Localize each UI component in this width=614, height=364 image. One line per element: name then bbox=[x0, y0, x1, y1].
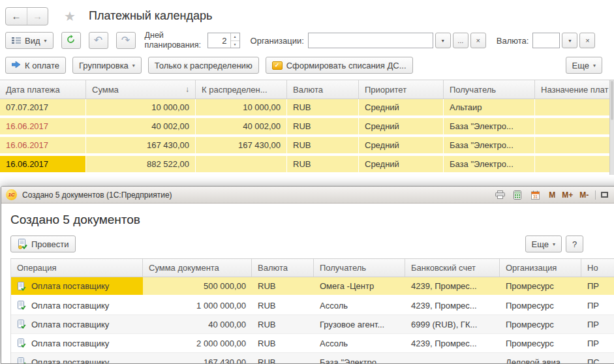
cell-doc-currency[interactable]: RUB bbox=[252, 353, 314, 364]
column-header-organization[interactable]: Организация bbox=[500, 259, 581, 277]
cell-recipient[interactable]: База "Электро... bbox=[444, 118, 535, 137]
column-header-bank-account[interactable]: Банковский счет bbox=[405, 259, 500, 277]
cell-priority[interactable]: Средний bbox=[359, 118, 444, 137]
cell-organization[interactable]: Промресурс bbox=[500, 277, 581, 295]
calculator-icon-button[interactable] bbox=[510, 189, 525, 201]
column-header-priority[interactable]: Приоритет bbox=[359, 80, 444, 99]
cell-bank-account[interactable] bbox=[405, 353, 500, 364]
payment-row-selected[interactable]: 16.06.2017 882 522,00 RUB Средний База "… bbox=[0, 156, 614, 175]
memory-minus-button[interactable]: M- bbox=[579, 190, 589, 200]
memory-plus-button[interactable]: M+ bbox=[562, 190, 573, 200]
cell-operation[interactable]: Оплата поставщику bbox=[11, 296, 143, 314]
cell-sum[interactable]: 167 430,00 bbox=[86, 137, 196, 156]
cell-to-distribute[interactable] bbox=[196, 156, 287, 175]
organizations-clear-button[interactable]: × bbox=[470, 33, 486, 48]
cell-sum[interactable]: 40 002,00 bbox=[86, 118, 196, 137]
dialog-titlebar[interactable]: 1С Создано 5 документов (1С:Предприятие)… bbox=[1, 187, 614, 204]
cell-currency[interactable]: RUB bbox=[287, 137, 359, 156]
cell-to-distribute[interactable]: 167 430,00 bbox=[196, 137, 287, 156]
cell-recipient[interactable]: База "Электро... bbox=[444, 137, 535, 156]
cell-doc-currency[interactable]: RUB bbox=[252, 315, 314, 333]
cell-operation[interactable]: Оплата поставщику bbox=[11, 353, 143, 364]
column-header-doc-recipient[interactable]: Получатель bbox=[314, 259, 405, 277]
organizations-choose-button[interactable]: ... bbox=[453, 33, 468, 48]
cell-doc-sum[interactable]: 2 000 000,00 bbox=[143, 334, 252, 352]
cell-number[interactable]: ПР bbox=[581, 334, 614, 352]
cell-to-distribute[interactable]: 40 002,00 bbox=[196, 118, 287, 137]
dialog-more-button[interactable]: Еще ▾ bbox=[525, 235, 562, 252]
cell-date[interactable]: 07.07.2017 bbox=[0, 99, 86, 118]
currency-clear-button[interactable]: × bbox=[579, 33, 595, 48]
cell-doc-recipient[interactable]: Ассоль bbox=[314, 296, 405, 314]
column-header-to-distribute[interactable]: К распределен... bbox=[196, 80, 287, 99]
cell-doc-currency[interactable]: RUB bbox=[252, 334, 314, 352]
help-button[interactable]: ? bbox=[566, 235, 583, 252]
cell-operation[interactable]: Оплата поставщику bbox=[11, 315, 143, 333]
view-button[interactable]: Вид ▾ bbox=[5, 32, 54, 49]
cell-bank-account[interactable]: 4239, Промрес... bbox=[405, 277, 500, 295]
cell-doc-currency[interactable]: RUB bbox=[252, 296, 314, 314]
cell-date-overdue[interactable]: 16.06.2017 bbox=[0, 137, 86, 156]
cell-number[interactable]: ПР bbox=[581, 296, 614, 314]
cell-sum[interactable]: 882 522,00 bbox=[86, 156, 196, 175]
document-row[interactable]: Оплата поставщику 2 000 000,00 RUB Ассол… bbox=[11, 334, 614, 353]
currency-input[interactable] bbox=[532, 33, 560, 48]
favorite-star-icon[interactable]: ★ bbox=[64, 8, 76, 24]
cell-purpose[interactable] bbox=[535, 99, 614, 118]
spinner-down-button[interactable]: ▼ bbox=[231, 41, 239, 48]
cell-organization[interactable]: Промресурс bbox=[500, 315, 581, 333]
payment-row[interactable]: 16.06.2017 167 430,00 167 430,00 RUB Сре… bbox=[0, 137, 614, 156]
cell-number[interactable]: ПР bbox=[581, 277, 614, 295]
to-pay-button[interactable]: К оплате bbox=[5, 57, 66, 74]
cell-priority[interactable]: Средний bbox=[359, 137, 444, 156]
calendar-icon-button[interactable]: 31 bbox=[528, 189, 542, 201]
cell-number[interactable]: ПР bbox=[581, 315, 614, 333]
cell-organization[interactable]: Деловой авиа... bbox=[500, 353, 581, 364]
cell-doc-sum[interactable]: 40 000,00 bbox=[143, 315, 252, 333]
document-row-selected[interactable]: Оплата поставщику 500 000,00 RUB Омега -… bbox=[11, 277, 614, 296]
maximize-button[interactable] bbox=[601, 192, 608, 198]
cell-bank-account[interactable]: 4239, Промрес... bbox=[405, 296, 500, 314]
grouping-button[interactable]: Группировка ▾ bbox=[72, 57, 142, 74]
scrollbar-thumb[interactable] bbox=[611, 81, 613, 120]
document-row[interactable]: Оплата поставщику 167 430,00 RUB База "Э… bbox=[11, 353, 614, 364]
cell-operation[interactable]: Оплата поставщику bbox=[11, 277, 143, 295]
cell-purpose[interactable] bbox=[535, 118, 614, 137]
days-planning-input[interactable]: 2 bbox=[208, 33, 230, 48]
payment-row[interactable]: 16.06.2017 40 002,00 40 002,00 RUB Средн… bbox=[0, 118, 614, 137]
document-row[interactable]: Оплата поставщику 40 000,00 RUB Грузовое… bbox=[11, 315, 614, 334]
column-header-date[interactable]: Дата платежа bbox=[0, 80, 86, 99]
cell-priority[interactable]: Средний bbox=[359, 156, 444, 175]
only-to-distribution-button[interactable]: Только к распределению bbox=[148, 57, 259, 74]
cell-organization[interactable]: Промресурс bbox=[500, 296, 581, 314]
cell-number[interactable]: ПС bbox=[581, 353, 614, 364]
column-header-doc-currency[interactable]: Валюта bbox=[252, 259, 314, 277]
column-header-purpose[interactable]: Назначение плат bbox=[535, 80, 614, 99]
cell-operation[interactable]: Оплата поставщику bbox=[11, 334, 143, 352]
cell-doc-recipient[interactable]: Ассоль bbox=[314, 334, 405, 352]
column-header-recipient[interactable]: Получатель bbox=[444, 80, 535, 99]
more-button[interactable]: Еще ▾ bbox=[566, 57, 602, 74]
cell-purpose[interactable] bbox=[535, 156, 614, 175]
column-header-doc-sum[interactable]: Сумма документа bbox=[143, 259, 252, 277]
print-icon-button[interactable] bbox=[493, 189, 507, 201]
redo-button[interactable]: ↷ bbox=[116, 32, 136, 49]
undo-button[interactable]: ↶ bbox=[89, 32, 108, 49]
cell-doc-sum[interactable]: 1 000 000,00 bbox=[143, 296, 252, 314]
organizations-dropdown-button[interactable]: ▼ bbox=[435, 33, 451, 48]
memory-recall-button[interactable]: M bbox=[549, 190, 555, 200]
column-header-number[interactable]: Но bbox=[581, 259, 614, 277]
cell-recipient[interactable]: Альтаир bbox=[444, 99, 535, 118]
column-header-operation[interactable]: Операция bbox=[11, 259, 143, 277]
cell-currency[interactable]: RUB bbox=[287, 99, 359, 118]
cell-recipient[interactable]: База "Электро... bbox=[444, 156, 535, 175]
cell-organization[interactable]: Промресурс bbox=[500, 334, 581, 352]
cell-currency[interactable]: RUB bbox=[287, 118, 359, 137]
form-writeoffs-button[interactable]: ✓ Сформировать списания ДС... bbox=[266, 57, 413, 74]
forward-button[interactable]: → bbox=[27, 8, 48, 25]
post-button[interactable]: Провести bbox=[10, 235, 76, 252]
cell-to-distribute[interactable]: 10 000,00 bbox=[196, 99, 287, 118]
spinner-up-button[interactable]: ▲ bbox=[231, 33, 239, 41]
cell-doc-recipient[interactable]: Грузовое агент... bbox=[314, 315, 405, 333]
cell-purpose[interactable] bbox=[535, 137, 614, 156]
